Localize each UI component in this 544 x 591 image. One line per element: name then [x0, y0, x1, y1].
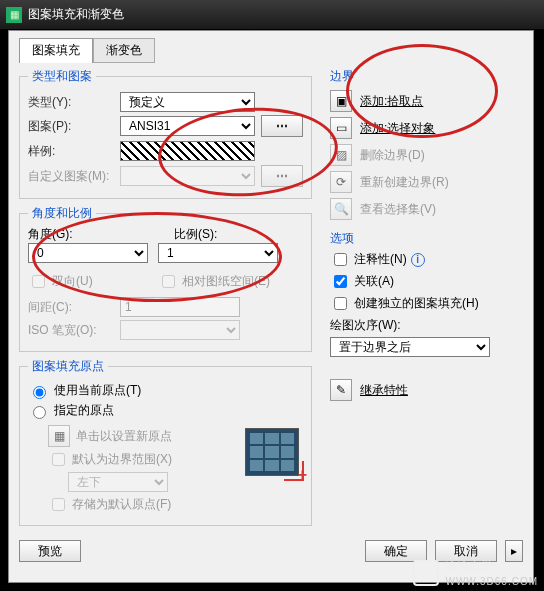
select-iso-pen	[120, 320, 240, 340]
legend-angle-scale: 角度和比例	[28, 205, 96, 222]
recreate-boundary-icon: ⟳	[330, 171, 352, 193]
watermark-sub: WWW.3D66.COM	[445, 576, 538, 587]
link-pick-point[interactable]: 添加:拾取点	[360, 93, 423, 110]
preview-button[interactable]: 预览	[19, 540, 81, 562]
select-origin-pos: 左下	[68, 472, 168, 492]
remove-boundary-icon: ▨	[330, 144, 352, 166]
select-angle[interactable]: 0	[28, 243, 148, 263]
label-rel-paper: 相对图纸空间(E)	[182, 273, 270, 290]
check-rel-paper	[162, 275, 175, 288]
dialog-body: 图案填充 渐变色 类型和图案 类型(Y): 预定义 图案(P): ANSI31 …	[8, 30, 534, 583]
label-angle: 角度(G):	[28, 226, 148, 243]
custom-browse-button	[261, 165, 303, 187]
watermark: ▷ 溜溜自学 WWW.3D66.COM	[413, 559, 538, 587]
group-origin: 图案填充原点 使用当前原点(T) 指定的原点 ▦ 单击以设置新原点 默认为边界范…	[19, 358, 312, 526]
radio-specified[interactable]	[33, 406, 46, 419]
check-default-extent	[52, 453, 65, 466]
check-assoc[interactable]	[334, 275, 347, 288]
check-annotative[interactable]	[334, 253, 347, 266]
select-pattern[interactable]: ANSI31	[120, 116, 255, 136]
input-spacing	[120, 297, 240, 317]
check-double	[32, 275, 45, 288]
app-icon: ▦	[6, 7, 22, 23]
label-pattern: 图案(P):	[28, 118, 114, 135]
label-type: 类型(Y):	[28, 94, 114, 111]
check-independent[interactable]	[334, 297, 347, 310]
legend-type-pattern: 类型和图案	[28, 68, 96, 85]
label-specified: 指定的原点	[54, 402, 114, 419]
title-bar: ▦ 图案填充和渐变色	[0, 0, 544, 30]
label-sample: 样例:	[28, 143, 114, 160]
inherit-icon[interactable]: ✎	[330, 379, 352, 401]
select-scale[interactable]: 1	[158, 243, 278, 263]
tab-strip: 图案填充 渐变色	[19, 37, 523, 62]
group-angle-scale: 角度和比例 角度(G): 比例(S): 0 1 双向(U) 相对图纸空间(E) …	[19, 205, 312, 352]
label-double: 双向(U)	[52, 273, 93, 290]
label-default-extent: 默认为边界范围(X)	[72, 451, 172, 468]
check-store-default	[52, 498, 65, 511]
label-iso-pen: ISO 笔宽(O):	[28, 322, 114, 339]
select-objects-icon[interactable]: ▭	[330, 117, 352, 139]
sample-swatch[interactable]	[120, 141, 255, 161]
origin-preview: +	[245, 428, 299, 476]
label-independent: 创建独立的图案填充(H)	[354, 295, 479, 312]
label-store-default: 存储为默认原点(F)	[72, 496, 171, 513]
label-annotative: 注释性(N)	[354, 251, 407, 268]
view-selection-icon: 🔍	[330, 198, 352, 220]
label-custom-pattern: 自定义图案(M):	[28, 168, 114, 185]
select-type[interactable]: 预定义	[120, 92, 255, 112]
label-scale: 比例(S):	[174, 226, 294, 243]
label-use-current: 使用当前原点(T)	[54, 382, 141, 399]
select-draw-order[interactable]: 置于边界之后	[330, 337, 490, 357]
group-type-pattern: 类型和图案 类型(Y): 预定义 图案(P): ANSI31 样例: 自定义图案…	[19, 68, 312, 199]
pick-origin-icon: ▦	[48, 425, 70, 447]
watermark-brand: 溜溜自学	[445, 560, 493, 574]
link-inherit[interactable]: 继承特性	[360, 382, 408, 399]
label-draw-order: 绘图次序(W):	[330, 317, 523, 334]
select-custom-pattern	[120, 166, 255, 186]
legend-boundary: 边界	[330, 68, 523, 85]
legend-options: 选项	[330, 230, 523, 247]
label-click-set: 单击以设置新原点	[76, 428, 172, 445]
link-select-objects[interactable]: 添加:选择对象	[360, 120, 435, 137]
window-title: 图案填充和渐变色	[28, 6, 538, 23]
play-icon: ▷	[413, 560, 439, 586]
info-icon[interactable]: i	[411, 253, 425, 267]
tab-hatch[interactable]: 图案填充	[19, 38, 93, 63]
legend-origin: 图案填充原点	[28, 358, 108, 375]
tab-gradient[interactable]: 渐变色	[93, 38, 155, 63]
pattern-browse-button[interactable]	[261, 115, 303, 137]
radio-use-current[interactable]	[33, 386, 46, 399]
pick-point-icon[interactable]: ▣	[330, 90, 352, 112]
link-remove-boundary: 删除边界(D)	[360, 147, 425, 164]
link-view-selection: 查看选择集(V)	[360, 201, 436, 218]
label-spacing: 间距(C):	[28, 299, 114, 316]
link-recreate-boundary: 重新创建边界(R)	[360, 174, 449, 191]
label-assoc: 关联(A)	[354, 273, 394, 290]
